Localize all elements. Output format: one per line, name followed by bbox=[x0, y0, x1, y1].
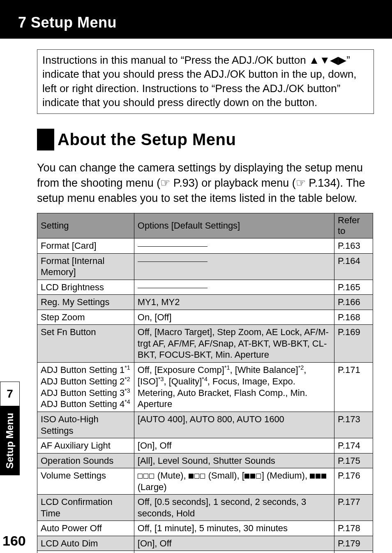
cell-ref: P.166 bbox=[334, 295, 373, 310]
cell-setting: ADJ Button Setting 1*1ADJ Button Setting… bbox=[37, 362, 134, 412]
chapter-header-bar: 7 Setup Menu bbox=[0, 0, 392, 39]
cell-options: [Normal], Auto Resize bbox=[134, 551, 334, 553]
table-row: LCD Confirmation TimeOff, [0.5 seconds],… bbox=[37, 495, 373, 521]
cell-setting: Operation Sounds bbox=[37, 453, 134, 468]
cell-ref: P.168 bbox=[334, 310, 373, 325]
cell-ref: P.175 bbox=[334, 453, 373, 468]
cell-options: (Mute), (Small), [] (Medium), (Large) bbox=[134, 468, 334, 495]
cell-options: Off, [0.5 seconds], 1 second, 2 seconds,… bbox=[134, 495, 334, 521]
th-ref: Refer to bbox=[334, 213, 373, 238]
cell-setting: Reg. My Settings bbox=[37, 295, 134, 310]
table-row: ADJ Button Setting 1*1ADJ Button Setting… bbox=[37, 362, 373, 412]
dash-line-icon bbox=[138, 288, 208, 288]
cell-setting: Format [Card] bbox=[37, 238, 134, 254]
table-row: Volume Settings (Mute), (Small), [] (Med… bbox=[37, 468, 373, 495]
table-row: Reg. My SettingsMY1, MY2P.166 bbox=[37, 295, 373, 310]
section-title-row: About the Setup Menu bbox=[37, 129, 392, 150]
dash-line-icon bbox=[138, 261, 208, 262]
cell-options: Off, [Exposure Comp]*1, [White Balance]*… bbox=[134, 362, 334, 412]
cell-options: [On], Off bbox=[134, 536, 334, 551]
cell-options: Off, [1 minute], 5 minutes, 30 minutes bbox=[134, 521, 334, 536]
section-title: About the Setup Menu bbox=[58, 129, 236, 150]
intro-note-box: Instructions in this manual to “Press th… bbox=[37, 49, 374, 114]
table-row: Digital Zoom Image[Normal], Auto ResizeP… bbox=[37, 551, 373, 553]
section-body-text: You can change the camera settings by di… bbox=[37, 160, 374, 206]
th-options: Options [Default Settings] bbox=[134, 213, 334, 238]
th-setting: Setting bbox=[37, 213, 134, 238]
cell-ref: P.171 bbox=[334, 362, 373, 412]
cell-options: [On], Off bbox=[134, 438, 334, 454]
cell-ref: P.165 bbox=[334, 280, 373, 295]
dash-line-icon bbox=[138, 246, 208, 247]
cell-options: [All], Level Sound, Shutter Sounds bbox=[134, 453, 334, 468]
cell-options: Off, [Macro Target], Step Zoom, AE Lock,… bbox=[134, 325, 334, 363]
side-chapter-number: 7 bbox=[0, 382, 20, 406]
table-row: Format [Internal Memory]P.164 bbox=[37, 253, 373, 280]
cell-options: On, [Off] bbox=[134, 310, 334, 325]
cell-ref: P.180 bbox=[334, 551, 373, 553]
side-tab: 7 Setup Menu bbox=[0, 382, 20, 475]
cell-setting: LCD Brightness bbox=[37, 280, 134, 295]
cell-ref: P.178 bbox=[334, 521, 373, 536]
settings-table: Setting Options [Default Settings] Refer… bbox=[37, 213, 373, 553]
side-label: Setup Menu bbox=[4, 410, 16, 471]
table-row: ISO Auto-High Settings[AUTO 400], AUTO 8… bbox=[37, 412, 373, 438]
cell-ref: P.163 bbox=[334, 238, 373, 254]
cell-setting: LCD Confirmation Time bbox=[37, 495, 134, 521]
section-marker-icon bbox=[37, 129, 54, 150]
table-row: Auto Power OffOff, [1 minute], 5 minutes… bbox=[37, 521, 373, 536]
table-row: Set Fn ButtonOff, [Macro Target], Step Z… bbox=[37, 325, 373, 363]
side-label-box: Setup Menu bbox=[0, 406, 20, 475]
cell-options bbox=[134, 253, 334, 280]
cell-options bbox=[134, 280, 334, 295]
cell-setting: Volume Settings bbox=[37, 468, 134, 495]
page-number: 160 bbox=[2, 533, 26, 549]
cell-ref: P.177 bbox=[334, 495, 373, 521]
cell-setting: AF Auxiliary Light bbox=[37, 438, 134, 454]
cell-ref: P.174 bbox=[334, 438, 373, 454]
table-row: LCD Auto Dim[On], OffP.179 bbox=[37, 536, 373, 551]
cell-setting: ISO Auto-High Settings bbox=[37, 412, 134, 438]
cell-ref: P.164 bbox=[334, 253, 373, 280]
cell-options: MY1, MY2 bbox=[134, 295, 334, 310]
chapter-header: 7 Setup Menu bbox=[18, 14, 392, 31]
cell-ref: P.179 bbox=[334, 536, 373, 551]
intro-text: Instructions in this manual to “Press th… bbox=[42, 53, 369, 109]
cell-ref: P.176 bbox=[334, 468, 373, 495]
cell-setting: Set Fn Button bbox=[37, 325, 134, 363]
cell-setting: Digital Zoom Image bbox=[37, 551, 134, 553]
cell-options: [AUTO 400], AUTO 800, AUTO 1600 bbox=[134, 412, 334, 438]
cell-options bbox=[134, 238, 334, 254]
table-row: AF Auxiliary Light[On], OffP.174 bbox=[37, 438, 373, 454]
cell-ref: P.173 bbox=[334, 412, 373, 438]
table-row: Operation Sounds[All], Level Sound, Shut… bbox=[37, 453, 373, 468]
cell-setting: Step Zoom bbox=[37, 310, 134, 325]
table-row: Step ZoomOn, [Off]P.168 bbox=[37, 310, 373, 325]
table-row: LCD BrightnessP.165 bbox=[37, 280, 373, 295]
table-row: Format [Card]P.163 bbox=[37, 238, 373, 254]
cell-ref: P.169 bbox=[334, 325, 373, 363]
cell-setting: LCD Auto Dim bbox=[37, 536, 134, 551]
cell-setting: Format [Internal Memory] bbox=[37, 253, 134, 280]
cell-setting: Auto Power Off bbox=[37, 521, 134, 536]
